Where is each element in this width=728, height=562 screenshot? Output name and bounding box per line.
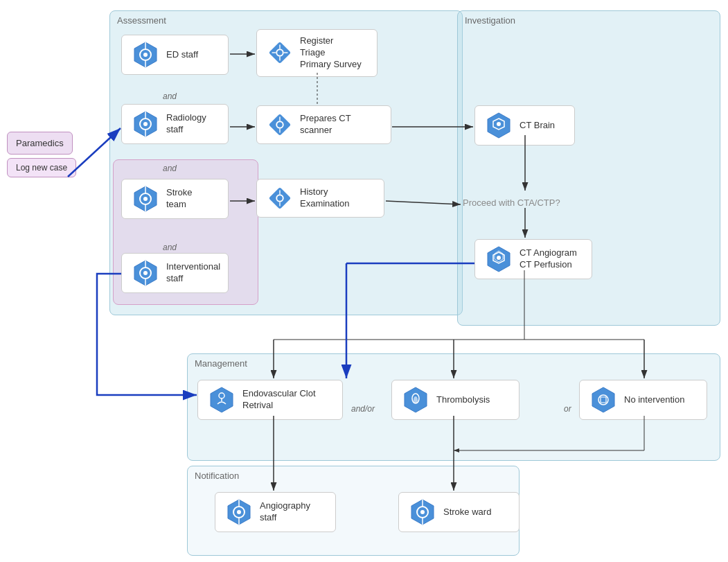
ct-brain-icon — [485, 112, 513, 139]
endovascular-icon — [208, 386, 236, 414]
ed-staff-icon — [132, 41, 159, 69]
investigation-label: Investigation — [465, 15, 515, 26]
stroke-ward-node: Stroke ward — [398, 492, 520, 532]
svg-point-25 — [143, 197, 148, 201]
interventional-staff-node: Interventional staff — [121, 253, 229, 293]
notification-label: Notification — [195, 471, 239, 481]
svg-point-2 — [143, 53, 148, 57]
stroke-team-label: Stroke team — [166, 187, 193, 211]
and-label-1: and — [163, 91, 177, 101]
ct-angiogram-node: CT Angiogram CT Perfusion — [474, 239, 592, 279]
history-exam-node: History Examination — [256, 179, 384, 218]
interventional-staff-icon — [132, 259, 159, 287]
assessment-label: Assessment — [117, 15, 166, 26]
or-label: or — [564, 404, 571, 414]
svg-point-39 — [497, 256, 501, 260]
ed-staff-label: ED staff — [166, 49, 198, 61]
prepares-ct-icon — [267, 112, 293, 138]
svg-point-34 — [143, 271, 148, 275]
radiology-staff-label: Radiology staff — [166, 112, 206, 136]
stroke-ward-icon — [409, 498, 436, 526]
register-triage-label: Register Triage Primary Survey — [300, 35, 362, 71]
prepares-ct-label: Prepares CT scanner — [300, 113, 381, 137]
ct-brain-label: CT Brain — [520, 120, 555, 132]
angiography-staff-node: Angiography staff — [215, 492, 336, 532]
angiography-staff-label: Angiography staff — [260, 500, 310, 524]
endovascular-node: Endovascular Clot Retrival — [197, 380, 343, 420]
and-label-3: and — [163, 243, 177, 252]
stroke-team-node: Stroke team — [121, 179, 229, 219]
svg-point-57 — [420, 510, 425, 514]
history-exam-icon — [267, 185, 293, 211]
management-label: Management — [195, 358, 247, 369]
paramedics-label: Paramedics — [16, 138, 64, 148]
svg-point-13 — [143, 122, 148, 126]
svg-point-46 — [414, 396, 418, 403]
svg-point-22 — [497, 122, 501, 126]
angiography-staff-icon — [225, 498, 253, 526]
ct-angiogram-icon — [485, 245, 513, 273]
thrombolysis-icon — [402, 386, 429, 414]
register-triage-icon — [267, 39, 293, 66]
history-exam-label: History Examination — [300, 186, 350, 210]
svg-marker-47 — [592, 387, 614, 412]
no-intervention-icon — [589, 386, 617, 414]
and-label-2: and — [163, 164, 177, 173]
stroke-ward-label: Stroke ward — [443, 507, 491, 518]
interventional-staff-label: Interventional staff — [166, 261, 220, 285]
thrombolysis-node: Thrombolysis — [391, 380, 520, 420]
log-case-button[interactable]: Log new case — [7, 158, 76, 177]
andor-label: and/or — [351, 404, 375, 414]
prepares-ct-node: Prepares CT scanner — [256, 105, 391, 144]
ct-brain-node: CT Brain — [474, 105, 575, 146]
radiology-staff-icon — [132, 110, 159, 138]
proceed-cta-label: Proceed with CTA/CTP? — [463, 197, 560, 208]
diagram-container: Assessment Investigation Management Noti… — [0, 0, 728, 562]
svg-point-52 — [237, 510, 241, 514]
paramedics-box: Paramedics — [7, 132, 73, 155]
thrombolysis-label: Thrombolysis — [436, 394, 490, 406]
register-triage-node: Register Triage Primary Survey — [256, 29, 378, 77]
stroke-team-icon — [132, 185, 159, 213]
ed-staff-node: ED staff — [121, 35, 229, 75]
no-intervention-label: No intervention — [624, 394, 684, 406]
no-intervention-node: No intervention — [579, 380, 707, 420]
log-case-label: Log new case — [16, 163, 67, 173]
endovascular-label: Endovascular Clot Retrival — [242, 388, 316, 412]
radiology-staff-node: Radiology staff — [121, 104, 229, 144]
ct-angiogram-label: CT Angiogram CT Perfusion — [520, 247, 577, 271]
